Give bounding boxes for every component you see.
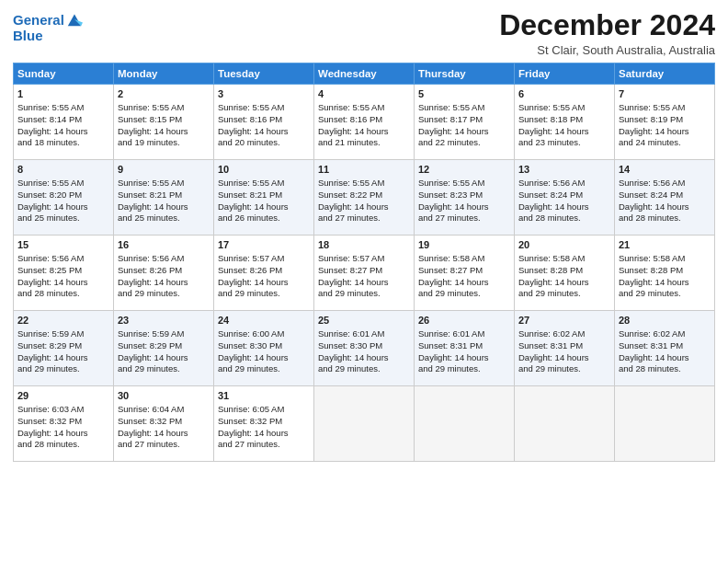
day-info-line: Daylight: 14 hours <box>518 126 610 138</box>
day-info-line: Sunrise: 5:57 AM <box>218 253 310 265</box>
logo-icon <box>66 11 83 28</box>
day-info-line: Daylight: 14 hours <box>619 352 711 364</box>
day-number: 17 <box>218 238 310 252</box>
day-info-line: and 23 minutes. <box>518 137 610 149</box>
day-number: 23 <box>118 314 210 327</box>
day-info-line: and 25 minutes. <box>17 213 109 224</box>
calendar-cell: 27Sunrise: 6:02 AMSunset: 8:31 PMDayligh… <box>515 311 615 386</box>
day-number: 11 <box>318 163 410 177</box>
calendar-cell: 7Sunrise: 5:55 AMSunset: 8:19 PMDaylight… <box>615 85 715 160</box>
day-info-line: Daylight: 14 hours <box>118 352 210 364</box>
day-number: 28 <box>619 314 711 327</box>
day-info-line: Sunset: 8:32 PM <box>118 416 210 428</box>
day-info-line: Sunrise: 5:55 AM <box>17 178 109 190</box>
day-info-line: Sunset: 8:24 PM <box>518 190 610 201</box>
day-info-line: Sunrise: 5:58 AM <box>418 253 510 265</box>
logo: General Blue <box>13 13 83 43</box>
day-info-line: Daylight: 14 hours <box>218 126 310 138</box>
day-header-thursday: Thursday <box>415 63 515 85</box>
day-info-line: Sunrise: 5:55 AM <box>619 102 711 114</box>
day-number: 6 <box>518 87 610 101</box>
day-number: 3 <box>218 87 310 101</box>
day-number: 8 <box>17 163 109 177</box>
day-info-line: Sunset: 8:15 PM <box>118 114 210 126</box>
day-info-line: Daylight: 14 hours <box>418 277 510 289</box>
calendar-cell: 11Sunrise: 5:55 AMSunset: 8:22 PMDayligh… <box>314 160 415 236</box>
day-info-line: Sunrise: 6:05 AM <box>218 404 310 416</box>
day-info-line: Sunrise: 6:04 AM <box>118 404 210 416</box>
day-info-line: and 28 minutes. <box>619 363 711 375</box>
calendar-week-row: 29Sunrise: 6:03 AMSunset: 8:32 PMDayligh… <box>14 386 715 462</box>
calendar-week-row: 15Sunrise: 5:56 AMSunset: 8:25 PMDayligh… <box>14 236 715 311</box>
day-info-line: Sunrise: 6:00 AM <box>218 328 310 340</box>
day-number: 24 <box>218 314 310 327</box>
day-info-line: and 29 minutes. <box>118 363 210 375</box>
day-info-line: Daylight: 14 hours <box>118 277 210 289</box>
calendar-cell: 28Sunrise: 6:02 AMSunset: 8:31 PMDayligh… <box>615 311 715 386</box>
day-info-line: Sunrise: 6:02 AM <box>518 328 610 340</box>
day-header-wednesday: Wednesday <box>314 63 415 85</box>
logo-text-line2: Blue <box>13 29 83 44</box>
day-info-line: Daylight: 14 hours <box>318 126 410 138</box>
day-info-line: Daylight: 14 hours <box>518 352 610 364</box>
calendar-cell: 15Sunrise: 5:56 AMSunset: 8:25 PMDayligh… <box>14 236 114 311</box>
day-info-line: and 27 minutes. <box>318 213 410 224</box>
day-number: 19 <box>418 238 510 252</box>
day-info-line: and 29 minutes. <box>218 288 310 300</box>
calendar-cell <box>415 386 515 462</box>
calendar-cell: 26Sunrise: 6:01 AMSunset: 8:31 PMDayligh… <box>415 311 515 386</box>
day-info-line: Sunrise: 5:55 AM <box>218 178 310 190</box>
day-info-line: and 29 minutes. <box>518 363 610 375</box>
calendar-cell: 13Sunrise: 5:56 AMSunset: 8:24 PMDayligh… <box>515 160 615 236</box>
day-info-line: Sunrise: 5:55 AM <box>418 102 510 114</box>
day-number: 21 <box>619 238 711 252</box>
day-info-line: Sunrise: 5:59 AM <box>118 328 210 340</box>
day-info-line: Sunrise: 5:55 AM <box>318 178 410 190</box>
subtitle: St Clair, South Australia, Australia <box>499 43 715 57</box>
day-info-line: Sunrise: 5:55 AM <box>218 102 310 114</box>
day-info-line: Sunrise: 5:55 AM <box>518 102 610 114</box>
day-info-line: Sunset: 8:22 PM <box>318 190 410 201</box>
calendar-cell: 8Sunrise: 5:55 AMSunset: 8:20 PMDaylight… <box>14 160 114 236</box>
day-number: 2 <box>118 87 210 101</box>
calendar-week-row: 1Sunrise: 5:55 AMSunset: 8:14 PMDaylight… <box>14 85 715 160</box>
day-info-line: and 24 minutes. <box>619 137 711 149</box>
calendar-cell: 4Sunrise: 5:55 AMSunset: 8:16 PMDaylight… <box>314 85 415 160</box>
day-number: 1 <box>17 87 109 101</box>
day-info-line: and 25 minutes. <box>118 213 210 224</box>
day-info-line: Daylight: 14 hours <box>218 277 310 289</box>
calendar-cell: 6Sunrise: 5:55 AMSunset: 8:18 PMDaylight… <box>515 85 615 160</box>
calendar-cell: 23Sunrise: 5:59 AMSunset: 8:29 PMDayligh… <box>114 311 214 386</box>
day-info-line: Sunrise: 6:01 AM <box>418 328 510 340</box>
day-info-line: and 27 minutes. <box>118 439 210 451</box>
day-info-line: Daylight: 14 hours <box>17 277 109 289</box>
calendar-cell: 24Sunrise: 6:00 AMSunset: 8:30 PMDayligh… <box>214 311 314 386</box>
day-number: 15 <box>17 238 109 252</box>
day-info-line: Sunrise: 6:01 AM <box>318 328 410 340</box>
day-number: 10 <box>218 163 310 177</box>
day-info-line: Sunrise: 5:57 AM <box>318 253 410 265</box>
day-info-line: Sunrise: 5:56 AM <box>518 178 610 190</box>
day-info-line: Daylight: 14 hours <box>619 277 711 289</box>
day-header-monday: Monday <box>114 63 214 85</box>
day-info-line: Daylight: 14 hours <box>518 201 610 213</box>
day-info-line: Sunset: 8:20 PM <box>17 190 109 201</box>
day-info-line: Sunrise: 5:55 AM <box>318 102 410 114</box>
day-number: 20 <box>518 238 610 252</box>
day-info-line: Sunrise: 6:03 AM <box>17 404 109 416</box>
day-info-line: Sunset: 8:30 PM <box>318 340 410 352</box>
day-info-line: Sunrise: 5:56 AM <box>118 253 210 265</box>
day-info-line: Sunset: 8:25 PM <box>17 265 109 277</box>
day-info-line: Sunset: 8:14 PM <box>17 114 109 126</box>
title-block: December 2024 St Clair, South Australia,… <box>499 9 715 57</box>
day-info-line: Sunset: 8:31 PM <box>518 340 610 352</box>
day-info-line: and 21 minutes. <box>318 137 410 149</box>
day-info-line: Sunset: 8:30 PM <box>218 340 310 352</box>
day-info-line: Daylight: 14 hours <box>518 277 610 289</box>
day-number: 14 <box>619 163 711 177</box>
day-number: 16 <box>118 238 210 252</box>
calendar-cell: 21Sunrise: 5:58 AMSunset: 8:28 PMDayligh… <box>615 236 715 311</box>
day-info-line: Daylight: 14 hours <box>418 352 510 364</box>
day-info-line: Sunset: 8:23 PM <box>418 190 510 201</box>
calendar-cell: 29Sunrise: 6:03 AMSunset: 8:32 PMDayligh… <box>14 386 114 462</box>
